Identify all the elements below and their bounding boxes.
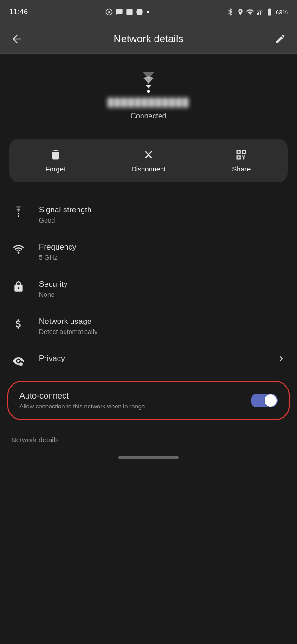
top-navigation-bar: Network details <box>0 24 297 54</box>
security-icon <box>11 281 26 293</box>
status-time: 11:46 <box>9 8 28 16</box>
status-left-icons: • <box>105 8 149 16</box>
svg-point-6 <box>18 215 19 217</box>
privacy-label: Privacy <box>39 354 65 363</box>
qr-icon <box>235 148 248 161</box>
security-value: None <box>39 291 67 298</box>
footer-network-details-label: Network details <box>11 436 59 444</box>
battery-icon <box>265 8 274 16</box>
podcast-icon <box>105 8 113 16</box>
disconnect-button[interactable]: Disconnect <box>102 139 195 182</box>
share-button[interactable]: Share <box>195 139 288 182</box>
privacy-row[interactable]: Privacy <box>0 345 297 376</box>
signal-strength-row: Signal strength Good <box>0 196 297 233</box>
network-usage-text: Network usage Detect automatically <box>39 317 97 335</box>
security-row: Security None <box>0 270 297 308</box>
network-header: ████████████ Connected <box>0 54 297 134</box>
svg-point-5 <box>147 90 150 93</box>
auto-connect-section: Auto-connect Allow connection to this ne… <box>7 381 290 420</box>
network-usage-label: Network usage <box>39 317 97 326</box>
network-name: ████████████ <box>107 98 189 107</box>
svg-rect-2 <box>257 13 258 15</box>
page-title: Network details <box>114 33 183 45</box>
auto-connect-label: Auto-connect <box>19 391 251 401</box>
share-label: Share <box>232 165 251 173</box>
signal-strength-value: Good <box>39 217 91 224</box>
frequency-icon <box>11 243 26 256</box>
svg-rect-1 <box>127 9 133 15</box>
auto-connect-toggle[interactable] <box>251 394 278 407</box>
bluetooth-icon <box>226 8 235 16</box>
linkedin-icon <box>126 8 133 16</box>
network-status: Connected <box>130 112 166 120</box>
footer-section: Network details <box>0 425 297 449</box>
auto-connect-description: Allow connection to this network when in… <box>19 403 251 410</box>
wifi-status-icon <box>246 8 254 16</box>
privacy-chevron <box>277 354 286 363</box>
action-buttons-row: Forget Disconnect Share <box>9 139 288 182</box>
toggle-knob <box>265 394 277 407</box>
status-icons-right: 63% <box>226 8 288 16</box>
network-usage-icon <box>11 318 26 330</box>
signal-icon <box>256 8 264 16</box>
wifi-connected-icon <box>136 72 161 93</box>
battery-percent: 63% <box>276 9 288 16</box>
signal-strength-label: Signal strength <box>39 205 91 215</box>
status-bar: 11:46 • 63% <box>0 0 297 24</box>
wifi-large-icon <box>135 72 162 93</box>
svg-rect-3 <box>258 12 259 15</box>
youtube-icon <box>136 8 143 16</box>
back-button[interactable] <box>7 30 26 48</box>
edit-button[interactable] <box>271 30 290 48</box>
home-indicator <box>0 449 297 466</box>
location-icon <box>237 8 244 16</box>
forget-label: Forget <box>45 165 65 173</box>
auto-connect-row: Auto-connect Allow connection to this ne… <box>19 391 278 410</box>
security-label: Security <box>39 280 67 289</box>
chat-icon <box>116 8 123 16</box>
edit-icon <box>275 33 286 45</box>
auto-connect-text: Auto-connect Allow connection to this ne… <box>19 391 251 410</box>
dot-icon: • <box>146 8 149 16</box>
privacy-icon <box>11 355 26 367</box>
frequency-label: Frequency <box>39 243 76 252</box>
privacy-text: Privacy <box>39 354 65 363</box>
frequency-text: Frequency 5 GHz <box>39 243 76 261</box>
svg-point-0 <box>108 11 110 13</box>
back-arrow-icon <box>10 33 23 46</box>
forget-button[interactable]: Forget <box>9 139 102 182</box>
frequency-row: Frequency 5 GHz <box>0 233 297 270</box>
disconnect-label: Disconnect <box>131 165 166 173</box>
trash-icon <box>49 148 62 161</box>
close-icon <box>142 148 155 161</box>
security-text: Security None <box>39 280 67 298</box>
svg-rect-4 <box>260 11 261 15</box>
main-content: ████████████ Connected Forget Disconnect… <box>0 54 297 466</box>
network-usage-row: Network usage Detect automatically <box>0 308 297 345</box>
signal-strength-text: Signal strength Good <box>39 205 91 224</box>
frequency-value: 5 GHz <box>39 254 76 261</box>
chevron-right-icon <box>277 354 286 363</box>
home-bar <box>118 456 179 459</box>
svg-point-7 <box>18 252 20 254</box>
signal-strength-icon <box>11 206 26 217</box>
network-usage-value: Detect automatically <box>39 328 97 335</box>
